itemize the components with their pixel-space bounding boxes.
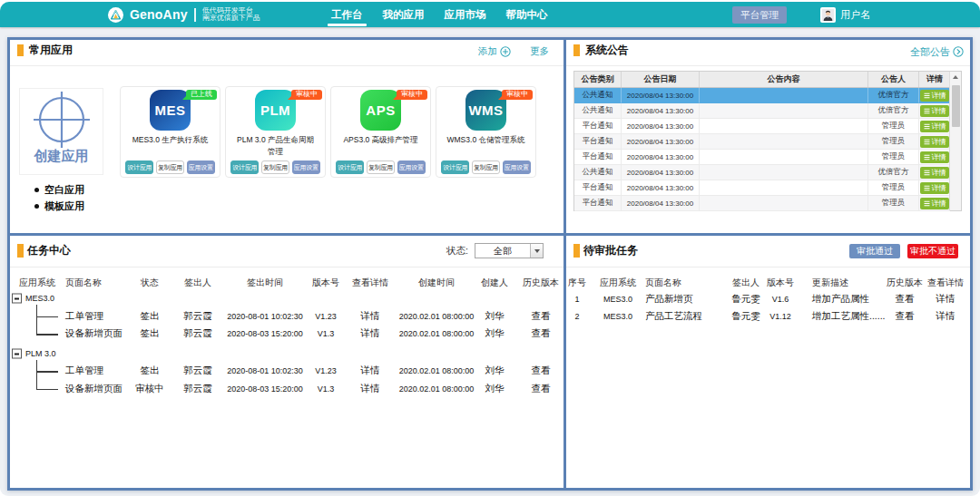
approval-detail-link[interactable]: 详情 — [936, 293, 956, 306]
announcement-detail-button[interactable]: 详情 — [920, 105, 949, 117]
announcement-detail-cell: 详情 — [919, 150, 950, 165]
app-type-label: 空白应用 — [44, 183, 84, 197]
reject-button[interactable]: 审批不通过 — [907, 244, 958, 258]
frequent-apps-header: 常用应用 添加 更多 — [10, 40, 564, 66]
announcement-detail-button[interactable]: 详情 — [920, 198, 949, 209]
avatar[interactable] — [820, 7, 836, 23]
announcements-column-header: 公告类别 — [574, 72, 622, 87]
announcement-row[interactable]: 平台通知2020/08/04 13:30:00管理员详情 — [574, 150, 950, 165]
add-app-label: 添加 — [478, 45, 497, 58]
task-column-header: 创建人 — [481, 277, 508, 289]
platform-admin-button[interactable]: 平台管理 — [732, 6, 787, 24]
design-app-button[interactable]: 设计应用 — [230, 160, 259, 174]
scroll-up-icon[interactable] — [950, 72, 961, 83]
approval-column-header: 应用系统 — [600, 277, 636, 289]
task-history-link[interactable]: 查看 — [532, 327, 551, 340]
announcement-row[interactable]: 公共通知2020/08/04 13:30:00优倍官方详情 — [574, 88, 950, 103]
announcement-cell: 优倍官方 — [868, 165, 919, 180]
task-detail-link[interactable]: 详情 — [361, 365, 380, 377]
copy-app-button[interactable]: 复制应用 — [472, 160, 500, 174]
announcements-scrollbar[interactable] — [949, 72, 961, 210]
task-column-header: 签出时间 — [247, 277, 283, 289]
create-app-card[interactable]: 创建应用 — [19, 88, 103, 175]
status-badge: 审核中 — [502, 90, 533, 100]
accent-bar-icon — [17, 244, 24, 258]
task-detail-link[interactable]: 详情 — [361, 327, 380, 340]
announcements-title: 系统公告 — [585, 43, 629, 58]
announcement-detail-button[interactable]: 详情 — [920, 167, 949, 179]
list-icon — [924, 92, 930, 99]
approve-button[interactable]: 审批通过 — [849, 244, 900, 258]
settings-app-button[interactable]: 应用设置 — [397, 160, 426, 174]
bullet-icon — [34, 188, 39, 192]
approval-history-link[interactable]: 查看 — [896, 293, 915, 306]
copy-app-button[interactable]: 复制应用 — [156, 160, 184, 174]
nav-item-3[interactable]: 帮助中心 — [496, 2, 558, 27]
announcement-detail-cell: 详情 — [919, 165, 950, 180]
brand: GenoAny 低代码开发平台 南京优倍旗下产品 — [108, 2, 260, 27]
task-status: 审核中 — [135, 383, 164, 395]
approval-column-header: 签出人 — [732, 277, 760, 289]
approval-detail-link[interactable]: 详情 — [936, 310, 956, 323]
task-history-link[interactable]: 查看 — [532, 365, 551, 377]
task-history-link[interactable]: 查看 — [532, 383, 551, 395]
nav-item-0[interactable]: 工作台 — [321, 2, 373, 27]
design-app-button[interactable]: 设计应用 — [336, 160, 364, 174]
nav-item-2[interactable]: 应用市场 — [435, 2, 496, 27]
username[interactable]: 用户名 — [840, 2, 870, 27]
all-announcements-link[interactable]: 全部公告 — [910, 45, 964, 59]
chevron-down-icon[interactable] — [530, 244, 543, 258]
task-history-link[interactable]: 查看 — [532, 310, 551, 323]
announcements-column-header: 公告人 — [868, 72, 919, 87]
announcement-row[interactable]: 平台通知2020/08/04 13:30:00管理员详情 — [574, 134, 950, 150]
app-type-list: 空白应用模板应用 — [34, 181, 84, 215]
app-actions: 设计应用复制应用应用设置 — [125, 160, 215, 174]
announcement-detail-button[interactable]: 详情 — [920, 151, 949, 163]
task-checkout-by: 郭云霞 — [183, 310, 212, 323]
approval-history-link[interactable]: 查看 — [896, 310, 915, 323]
more-apps-link[interactable]: 更多 — [530, 45, 549, 58]
announcement-detail-button[interactable]: 详情 — [920, 182, 949, 194]
add-app-link[interactable]: 添加 — [478, 45, 511, 58]
settings-app-button[interactable]: 应用设置 — [503, 160, 531, 174]
announcement-row[interactable]: 平台通知2020/08/04 13:30:00管理员详情 — [574, 180, 950, 196]
design-app-button[interactable]: 设计应用 — [441, 160, 469, 174]
status-select[interactable]: 全部 — [475, 243, 544, 258]
approval-column-header: 查看详情 — [927, 277, 964, 289]
announcements-table: 公告类别公告日期公告内容公告人详情 公共通知2020/08/04 13:30:0… — [573, 71, 962, 211]
bullet-icon — [34, 204, 39, 209]
app-type-item-1[interactable]: 模板应用 — [34, 199, 84, 216]
announcement-detail-button[interactable]: 详情 — [920, 121, 949, 132]
announcement-detail-button[interactable]: 详情 — [920, 136, 949, 148]
announcement-detail-button[interactable]: 详情 — [920, 90, 949, 102]
task-status: 签出 — [141, 327, 160, 340]
task-detail-link[interactable]: 详情 — [361, 383, 380, 395]
scroll-thumb[interactable] — [952, 85, 960, 127]
tree-collapse-icon[interactable] — [12, 349, 22, 359]
announcement-cell: 2020/08/04 13:30:00 — [622, 103, 700, 119]
nav-item-1[interactable]: 我的应用 — [373, 2, 435, 27]
settings-app-button[interactable]: 应用设置 — [187, 160, 215, 174]
announcement-row[interactable]: 平台通知2020/08/04 13:30:00管理员详情 — [574, 119, 950, 134]
copy-app-button[interactable]: 复制应用 — [367, 160, 395, 174]
list-icon — [924, 185, 930, 191]
task-page-name: 工单管理 — [65, 310, 103, 323]
announcement-cell: 2020/08/04 13:30:00 — [622, 180, 700, 196]
tree-collapse-icon[interactable] — [12, 294, 22, 304]
approval-page: 产品新增页 — [645, 293, 693, 306]
settings-app-button[interactable]: 应用设置 — [292, 160, 320, 174]
tree-line — [36, 371, 58, 373]
task-detail-link[interactable]: 详情 — [361, 310, 380, 323]
announcement-row[interactable]: 公共通知2020/08/04 13:30:00优倍官方详情 — [574, 103, 950, 119]
app-type-item-0[interactable]: 空白应用 — [34, 181, 84, 199]
brand-tagline: 低代码开发平台 南京优倍旗下产品 — [202, 7, 260, 23]
app-type-label: 模板应用 — [44, 199, 84, 213]
announcement-row[interactable]: 平台通知2020/08/04 13:30:00管理员详情 — [574, 196, 950, 211]
task-page-name: 工单管理 — [65, 365, 103, 377]
copy-app-button[interactable]: 复制应用 — [261, 160, 289, 174]
design-app-button[interactable]: 设计应用 — [125, 160, 153, 174]
task-column-header: 签出人 — [184, 277, 211, 289]
announcements-column-header: 详情 — [919, 72, 950, 87]
announcement-row[interactable]: 公共通知2020/08/04 13:30:00优倍官方详情 — [574, 165, 950, 180]
create-app-label: 创建应用 — [20, 148, 103, 165]
